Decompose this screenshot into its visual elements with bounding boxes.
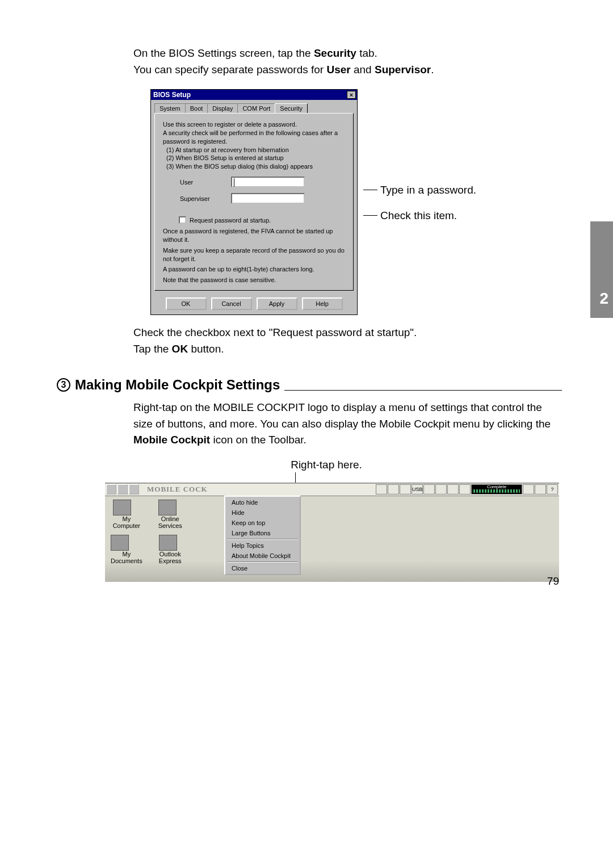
- tab-comport[interactable]: COM Port: [237, 103, 275, 113]
- tab-strip: System Boot Display COM Port Security: [151, 100, 357, 113]
- outlook-express-label: OutlookExpress: [159, 551, 182, 564]
- cockpit-context-menu: Auto hide Hide Keep on top Large Buttons…: [224, 496, 301, 575]
- section-title: Making Mobile Cockpit Settings: [75, 377, 280, 393]
- toolbar-icon[interactable]: [117, 484, 128, 494]
- bios-setup-dialog: BIOS Setup × System Boot Display COM Por…: [150, 89, 358, 315]
- tray-icon[interactable]: [423, 484, 435, 494]
- right-tap-pointer: [295, 472, 296, 483]
- section-number: 3: [57, 378, 70, 392]
- desc-line: Use this screen to register or delete a …: [163, 120, 345, 129]
- menu-hide[interactable]: Hide: [226, 508, 299, 518]
- post-dialog-text: Check the checkbox next to "Request pass…: [133, 325, 562, 357]
- tray-icon[interactable]: [535, 484, 546, 494]
- tab-display[interactable]: Display: [207, 103, 238, 113]
- annotation-type-password: Type in a password.: [380, 184, 476, 196]
- my-computer-icon[interactable]: [113, 500, 131, 515]
- supervisor-label: Superviser: [180, 195, 231, 202]
- menu-about[interactable]: About Mobile Cockpit: [226, 551, 299, 561]
- page-number: 79: [547, 575, 559, 588]
- help-button[interactable]: Help: [302, 297, 343, 310]
- annotation-check-item: Check this item.: [380, 209, 457, 222]
- close-icon[interactable]: ×: [347, 91, 356, 99]
- right-tap-label: Right-tap here.: [91, 459, 562, 471]
- section-body: Right-tap on the MOBILE COCKPIT logo to …: [133, 400, 562, 448]
- chapter-number: 2: [599, 290, 608, 308]
- checkbox-label: Request password at startup.: [190, 217, 271, 224]
- desc-line: (3) When the BIOS setup dialog (this dia…: [166, 162, 345, 171]
- menu-auto-hide[interactable]: Auto hide: [226, 497, 299, 508]
- tray-icon[interactable]: [400, 484, 411, 494]
- tray-icon[interactable]: [447, 484, 459, 494]
- online-services-label: OnlineServices: [158, 515, 182, 529]
- tab-boot[interactable]: Boot: [185, 103, 208, 113]
- cockpit-toolbar: MOBILE COCK USB Complete ?: [105, 484, 559, 496]
- desc-line: A security check will be performed in th…: [163, 129, 345, 146]
- toolbar-icon[interactable]: [106, 484, 116, 494]
- section-header: 3 Making Mobile Cockpit Settings: [57, 377, 562, 393]
- ok-button[interactable]: OK: [166, 297, 207, 310]
- menu-help-topics[interactable]: Help Topics: [226, 540, 299, 551]
- warn-line: A password can be up to eight(1-byte) ch…: [163, 265, 345, 274]
- tray-icon[interactable]: [523, 484, 534, 494]
- supervisor-password-field[interactable]: [231, 193, 305, 204]
- toolbar-icon[interactable]: [129, 484, 139, 494]
- intro-paragraph: On the BIOS Settings screen, tap the Sec…: [133, 45, 562, 78]
- desc-line: (1) At startup or at recovery from hiber…: [166, 146, 345, 154]
- menu-separator: [227, 539, 298, 540]
- desc-line: (2) When BIOS Setup is entered at startu…: [166, 154, 345, 162]
- my-documents-label: MyDocuments: [111, 551, 142, 564]
- tray-icon[interactable]: [388, 484, 399, 494]
- online-services-icon[interactable]: [158, 500, 177, 515]
- tab-system[interactable]: System: [154, 103, 186, 113]
- tray-icon[interactable]: [459, 484, 471, 494]
- dialog-titlebar: BIOS Setup ×: [151, 90, 357, 100]
- chapter-tab: 2: [590, 221, 613, 318]
- security-panel: Use this screen to register or delete a …: [154, 113, 354, 291]
- menu-keep-on-top[interactable]: Keep on top: [226, 518, 299, 528]
- warn-line: Once a password is registered, the FIVA …: [163, 227, 345, 244]
- user-password-field[interactable]: [231, 177, 305, 187]
- warn-line: Make sure you keep a separate record of …: [163, 246, 345, 263]
- cockpit-screenshot: MOBILE COCK USB Complete ?: [105, 483, 559, 582]
- my-computer-label: MyComputer: [113, 515, 140, 529]
- outlook-express-icon[interactable]: [159, 535, 177, 551]
- menu-close[interactable]: Close: [226, 563, 299, 573]
- dialog-title: BIOS Setup: [153, 91, 191, 99]
- tray-icon[interactable]: [376, 484, 387, 494]
- battery-complete-indicator: Complete: [471, 484, 522, 494]
- mobile-cockpit-logo[interactable]: MOBILE COCK: [147, 485, 208, 494]
- tray-usb-icon[interactable]: USB: [412, 484, 423, 494]
- apply-button[interactable]: Apply: [257, 297, 297, 310]
- tray-help-icon[interactable]: ?: [547, 484, 558, 494]
- request-password-checkbox[interactable]: [179, 216, 186, 224]
- section-rule: [284, 390, 562, 391]
- desktop-area: MyComputer MyDocuments OnlineServices Ou…: [105, 496, 559, 582]
- cancel-button[interactable]: Cancel: [211, 297, 252, 310]
- tab-security[interactable]: Security: [275, 103, 308, 113]
- tray-icon[interactable]: [435, 484, 447, 494]
- menu-large-buttons[interactable]: Large Buttons: [226, 528, 299, 538]
- my-documents-icon[interactable]: [111, 535, 129, 551]
- warn-line: Note that the password is case sensitive…: [163, 276, 345, 284]
- user-label: User: [180, 179, 231, 186]
- menu-separator: [227, 561, 298, 563]
